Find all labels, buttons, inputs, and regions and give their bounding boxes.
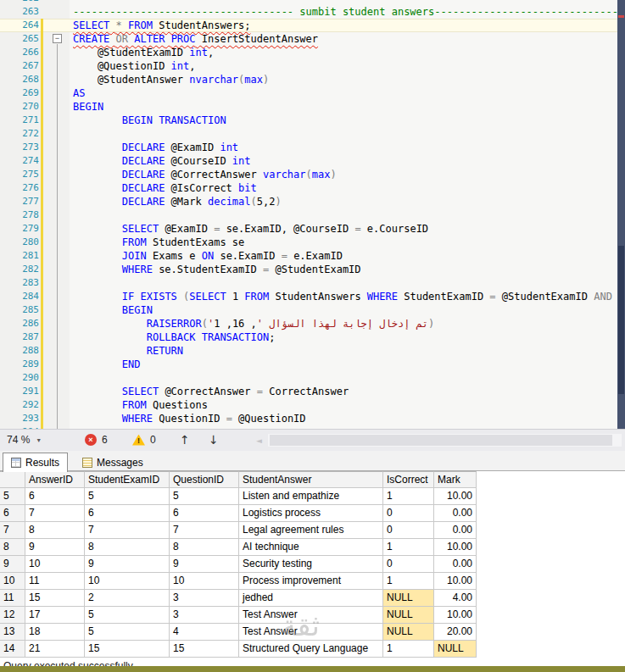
grid-cell[interactable]: NULL <box>383 607 434 624</box>
grid-cell[interactable]: 10 <box>85 573 170 590</box>
grid-cell[interactable]: 8 <box>25 522 85 539</box>
editor-line[interactable]: 288RETURN <box>0 344 625 358</box>
grid-cell[interactable]: 0 <box>383 522 434 539</box>
editor-line[interactable]: 279SELECT @ExamID = se.ExamID, @CourseID… <box>0 222 625 236</box>
grid-cell[interactable]: 10.00 <box>434 539 477 556</box>
row-header[interactable]: 12 <box>0 607 25 624</box>
row-header[interactable]: 9 <box>0 556 25 573</box>
editor-line[interactable]: 281JOIN Exams e ON se.ExamID = e.ExamID <box>0 249 625 263</box>
grid-cell[interactable]: 9 <box>85 556 170 573</box>
row-header[interactable]: 11 <box>0 590 25 607</box>
grid-cell[interactable]: 8 <box>170 539 239 556</box>
grid-cell[interactable]: Process improvement <box>239 573 383 590</box>
grid-cell[interactable]: 7 <box>25 505 85 522</box>
grid-cell[interactable]: 0.00 <box>434 522 477 539</box>
editor-line[interactable]: 274DECLARE @CourseID int <box>0 154 625 168</box>
grid-cell[interactable]: 0 <box>383 556 434 573</box>
next-error-button[interactable]: ↓ <box>209 433 219 447</box>
tab-messages[interactable]: Messages <box>75 453 151 471</box>
grid-cell[interactable]: NULL <box>434 641 477 658</box>
grid-cell[interactable]: 15 <box>85 641 170 658</box>
editor-line[interactable]: 265CREATE OR ALTER PROC InsertStudentAns… <box>0 32 625 46</box>
editor-line[interactable]: 272 <box>0 127 625 141</box>
editor-line[interactable]: 292FROM Questions <box>0 398 625 412</box>
grid-cell[interactable]: 2 <box>85 590 170 607</box>
grid-cell[interactable]: 10 <box>25 556 85 573</box>
editor-line[interactable]: 286RAISERROR('تم إدخال إجابة لهذا السؤال… <box>0 317 625 330</box>
row-header[interactable]: 14 <box>0 641 25 658</box>
editor-vertical-scrollbar[interactable] <box>617 0 625 429</box>
grid-cell[interactable]: 3 <box>170 590 239 607</box>
grid-cell[interactable]: NULL <box>383 624 434 641</box>
hscroll-thumb[interactable] <box>270 435 612 446</box>
editor-line[interactable]: 264SELECT * FROM StudentAnswers; <box>0 19 625 32</box>
grid-cell[interactable]: AI technique <box>239 539 383 556</box>
editor-line[interactable]: 285BEGIN <box>0 303 625 317</box>
tab-results[interactable]: Results <box>3 453 68 472</box>
horizontal-scrollbar[interactable] <box>268 434 622 447</box>
editor-line[interactable]: 267@QuestionID int, <box>0 59 625 73</box>
row-header[interactable]: 5 <box>0 488 25 505</box>
editor-line[interactable]: 268@StudentAnswer nvarchar(max) <box>0 73 625 86</box>
previous-error-button[interactable]: ↑ <box>180 433 190 447</box>
grid-cell[interactable]: jedhed <box>239 590 383 607</box>
grid-cell[interactable]: Logistics process <box>239 505 383 522</box>
editor-line[interactable]: 270BEGIN <box>0 100 625 114</box>
editor-line[interactable]: 273DECLARE @ExamID int <box>0 141 625 154</box>
warning-count-button[interactable]: ! 0 <box>132 434 156 446</box>
grid-cell[interactable]: NULL <box>383 590 434 607</box>
editor-line[interactable]: 277DECLARE @Mark decimal(5,2) <box>0 195 625 208</box>
grid-cell[interactable]: 17 <box>25 607 85 624</box>
editor-line[interactable]: 290 <box>0 371 625 385</box>
scrollbar-thumb[interactable] <box>618 246 624 394</box>
grid-cell[interactable]: 10.00 <box>434 607 477 624</box>
editor-line[interactable]: 282WHERE se.StudentExamID = @StudentExam… <box>0 263 625 276</box>
grid-cell[interactable]: 1 <box>383 488 434 505</box>
code-fold-collapse-box[interactable]: − <box>53 34 62 43</box>
sql-editor[interactable]: 262263----------------------------------… <box>0 0 625 429</box>
grid-cell[interactable]: Legal agreement rules <box>239 522 383 539</box>
column-header-AnswerID[interactable]: AnswerID <box>25 471 85 488</box>
editor-line[interactable]: 271BEGIN TRANSACTION <box>0 114 625 127</box>
editor-line[interactable]: 284IF EXISTS (SELECT 1 FROM StudentAnswe… <box>0 290 625 303</box>
editor-line[interactable]: 276DECLARE @IsCorrect bit <box>0 181 625 195</box>
column-header-QuestionID[interactable]: QuestionID <box>170 471 239 488</box>
error-count-button[interactable]: × 6 <box>85 434 108 446</box>
grid-cell[interactable]: 18 <box>25 624 85 641</box>
grid-cell[interactable]: 6 <box>85 505 170 522</box>
grid-cell[interactable]: 6 <box>25 488 85 505</box>
row-header[interactable]: 6 <box>0 505 25 522</box>
editor-line[interactable]: 275DECLARE @CorrectAnswer varchar(max) <box>0 168 625 181</box>
column-header-StudentExamID[interactable]: StudentExamID <box>85 471 170 488</box>
editor-line[interactable]: 283 <box>0 276 625 290</box>
grid-cell[interactable]: 10.00 <box>434 573 477 590</box>
editor-line[interactable]: 263------------------------------------ … <box>0 5 625 19</box>
grid-cell[interactable]: 15 <box>170 641 239 658</box>
grid-cell[interactable]: 10 <box>170 573 239 590</box>
hscroll-left-icon[interactable]: ◄ <box>256 436 262 445</box>
grid-cell[interactable]: 1 <box>383 573 434 590</box>
grid-cell[interactable]: 9 <box>25 539 85 556</box>
editor-line[interactable]: 266@StudentExamID int, <box>0 46 625 59</box>
grid-cell[interactable]: Structured Query Language <box>239 641 383 658</box>
column-header-StudentAnswer[interactable]: StudentAnswer <box>239 471 383 488</box>
grid-cell[interactable]: 0.00 <box>434 556 477 573</box>
grid-cell[interactable]: 0.00 <box>434 505 477 522</box>
grid-cell[interactable]: 10.00 <box>434 488 477 505</box>
editor-line[interactable]: 293WHERE QuestionID = @QuestionID <box>0 412 625 425</box>
grid-cell[interactable]: 5 <box>85 488 170 505</box>
editor-line[interactable]: 280FROM StudentExams se <box>0 236 625 249</box>
grid-cell[interactable]: Test Answer <box>239 607 383 624</box>
grid-cell[interactable]: 11 <box>25 573 85 590</box>
row-header[interactable]: 10 <box>0 573 25 590</box>
column-header-Mark[interactable]: Mark <box>434 471 477 488</box>
grid-cell[interactable]: Listen and empathize <box>239 488 383 505</box>
grid-cell[interactable]: 5 <box>85 607 170 624</box>
grid-cell[interactable]: 15 <box>25 590 85 607</box>
grid-cell[interactable]: Security testing <box>239 556 383 573</box>
zoom-control[interactable]: 74 % ▼ <box>7 434 42 446</box>
grid-cell[interactable]: 6 <box>170 505 239 522</box>
grid-cell[interactable]: 0 <box>383 505 434 522</box>
row-header[interactable]: 7 <box>0 522 25 539</box>
grid-cell[interactable]: 7 <box>85 522 170 539</box>
